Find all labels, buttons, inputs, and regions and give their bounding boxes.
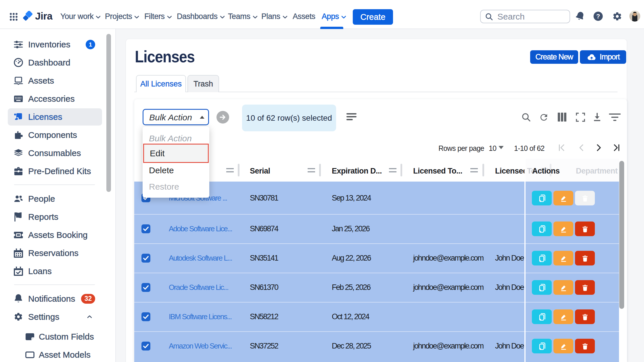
svg-text:?: ? <box>596 13 600 20</box>
